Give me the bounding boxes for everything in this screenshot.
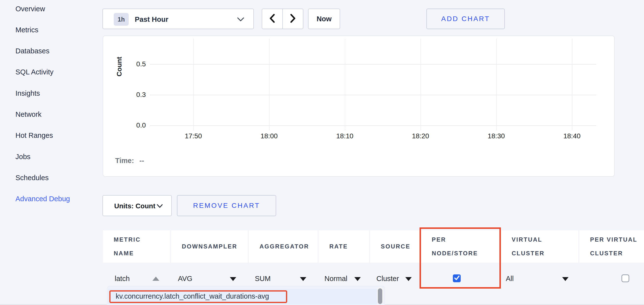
advanced-debug-custom-chart-page: Overview Metrics Databases SQL Activity … (0, 0, 644, 305)
rate-select[interactable]: Normal (324, 275, 347, 283)
metric-suggestion-label[interactable]: kv.concurrency.latch_conflict_wait_durat… (116, 292, 269, 300)
now-button[interactable]: Now (308, 8, 340, 29)
gridline-vertical (572, 39, 572, 130)
caret-down-icon[interactable] (354, 277, 361, 281)
caret-down-icon[interactable] (562, 277, 568, 281)
time-range-badge: 1h (114, 13, 129, 26)
column-header-per-node-store: PER NODE/STORE (421, 230, 500, 263)
source-select[interactable]: Cluster (376, 275, 399, 283)
previous-time-button[interactable] (262, 9, 283, 29)
sidebar-item-jobs[interactable]: Jobs (16, 152, 30, 162)
column-header-downsampler: DOWNSAMPLER (171, 230, 248, 263)
hover-time-readout: Time:-- (115, 157, 144, 165)
next-time-button[interactable] (283, 9, 303, 29)
x-tick-label: 17:50 (176, 132, 210, 140)
gridline-horizontal (150, 125, 596, 126)
column-header-rate: RATE (318, 230, 369, 263)
gridline-horizontal (150, 64, 596, 65)
time-value: -- (140, 157, 144, 165)
aggregator-select[interactable]: SUM (255, 275, 270, 283)
remove-chart-button[interactable]: REMOVE CHART (177, 195, 276, 216)
column-header-source: SOURCE (370, 230, 420, 263)
time-range-selector[interactable]: 1h Past Hour (102, 8, 254, 29)
x-tick-label: 18:30 (479, 132, 514, 140)
sidebar-item-advanced-debug[interactable]: Advanced Debug (16, 194, 70, 204)
units-dropdown-label: Units: Count (114, 196, 155, 217)
caret-down-icon[interactable] (405, 277, 412, 281)
per-virtual-cluster-checkbox[interactable] (622, 275, 629, 282)
gridline-vertical (496, 39, 497, 130)
column-header-metric-name: METRIC NAME (103, 230, 170, 263)
caret-down-icon[interactable] (300, 277, 306, 281)
metric-name-input[interactable]: latch (115, 275, 130, 283)
time-step-button-group (262, 8, 304, 29)
chevron-down-icon (156, 204, 163, 209)
gridline-vertical (345, 39, 345, 130)
gridline-horizontal (150, 95, 596, 95)
sidebar-item-network[interactable]: Network (16, 109, 42, 119)
y-axis-label: Count (116, 57, 123, 77)
x-tick-label: 18:20 (403, 132, 438, 140)
y-tick-label: 0.5 (124, 60, 146, 68)
custom-chart-panel[interactable] (103, 35, 614, 177)
column-header-aggregator: AGGREGATOR (249, 230, 318, 263)
add-chart-button[interactable]: ADD CHART (426, 8, 505, 29)
chevron-right-icon (289, 13, 296, 24)
sidebar-item-sql-activity[interactable]: SQL Activity (16, 67, 54, 77)
sidebar-item-overview[interactable]: Overview (16, 4, 45, 14)
column-header-per-virtual-cluster: PER VIRTUAL CLUSTER (579, 230, 644, 263)
units-dropdown[interactable]: Units: Count (102, 195, 172, 216)
column-header-virtual-cluster: VIRTUAL CLUSTER (501, 230, 578, 263)
gridline-vertical (420, 39, 421, 130)
x-tick-label: 18:00 (252, 132, 286, 140)
virtual-cluster-select[interactable]: All (506, 275, 514, 283)
caret-down-icon[interactable] (230, 277, 236, 281)
time-caption: Time: (115, 157, 134, 165)
time-range-label: Past Hour (135, 9, 168, 30)
caret-up-icon[interactable] (152, 277, 159, 281)
checkmark-icon (453, 274, 461, 283)
gridline-vertical (193, 39, 194, 130)
downsampler-select[interactable]: AVG (178, 275, 192, 283)
sidebar-item-schedules[interactable]: Schedules (16, 173, 48, 183)
chevron-down-icon (237, 17, 244, 23)
y-tick-label: 0.3 (124, 91, 146, 99)
x-tick-label: 18:10 (328, 132, 362, 140)
gridline-vertical (269, 39, 270, 130)
y-tick-label: 0.0 (124, 121, 146, 129)
dropdown-scrollbar-thumb[interactable] (378, 288, 382, 304)
per-node-store-checkbox[interactable] (453, 275, 461, 282)
sidebar-item-insights[interactable]: Insights (16, 88, 40, 98)
chevron-left-icon (268, 13, 276, 24)
x-tick-label: 18:40 (555, 132, 589, 140)
sidebar-item-databases[interactable]: Databases (16, 46, 50, 56)
sidebar-item-metrics[interactable]: Metrics (16, 25, 38, 35)
sidebar-item-hot-ranges[interactable]: Hot Ranges (16, 130, 53, 140)
